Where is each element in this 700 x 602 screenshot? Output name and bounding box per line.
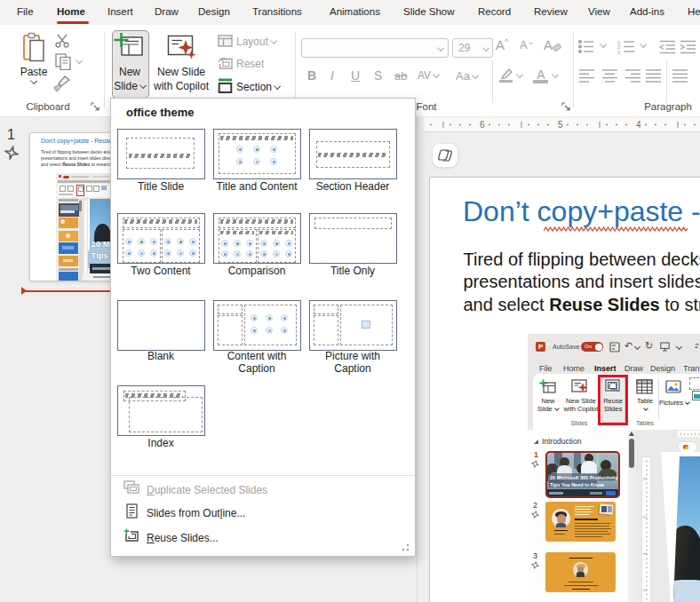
svg-text:4: 4: [636, 120, 641, 130]
svg-text:6: 6: [480, 120, 485, 130]
svg-text:5: 5: [558, 120, 563, 130]
svg-text:3: 3: [617, 50, 621, 55]
